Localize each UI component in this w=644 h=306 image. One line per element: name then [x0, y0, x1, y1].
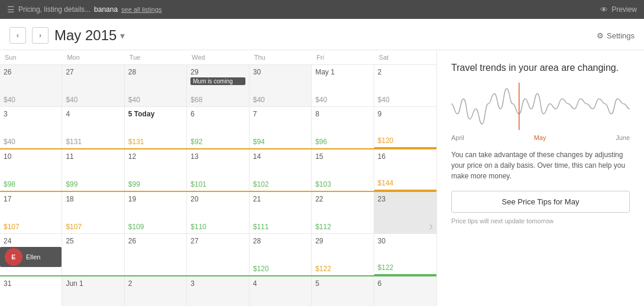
- cal-cell[interactable]: 9$120: [374, 107, 436, 148]
- cal-cell[interactable]: 30$40: [250, 65, 312, 106]
- cal-cell[interactable]: 2: [125, 276, 187, 306]
- cal-cell[interactable]: 25: [62, 234, 124, 275]
- cal-cell[interactable]: 5: [312, 276, 374, 306]
- chart-label-june: June: [616, 134, 630, 141]
- day-number: 13: [190, 152, 198, 161]
- panel-description: You can take advantage of these changes …: [451, 149, 630, 181]
- cal-cell[interactable]: 27: [187, 234, 249, 275]
- calendar-header: ‹ › May 2015 ▾ ⚙ Settings: [0, 19, 644, 50]
- cal-cell[interactable]: 29$122: [312, 234, 374, 275]
- next-month-button[interactable]: ›: [32, 27, 48, 44]
- day-price: $40: [378, 93, 433, 104]
- cal-cell[interactable]: 10$98: [0, 149, 62, 191]
- cal-cell[interactable]: 3: [187, 276, 249, 306]
- day-price: $144: [378, 177, 433, 187]
- moon-icon: ☽: [378, 223, 433, 231]
- cal-cell[interactable]: 4$131: [62, 107, 124, 148]
- day-price: $40: [4, 93, 58, 104]
- day-number: 19: [128, 195, 136, 203]
- day-number: 14: [253, 152, 261, 161]
- day-number: 28: [128, 68, 136, 76]
- day-number: Jun 1: [66, 279, 83, 288]
- month-dropdown-icon[interactable]: ▾: [120, 30, 125, 41]
- day-number: 29: [315, 237, 323, 245]
- cal-week-4: 17$10718$10719$10920$11021$11122$11223☽: [0, 192, 436, 234]
- day-price: $107: [4, 220, 58, 231]
- day-number: 3: [190, 279, 195, 288]
- cal-header-fri: Fri: [312, 50, 374, 64]
- day-price: $40: [253, 93, 308, 104]
- cal-cell[interactable]: 2$40: [374, 65, 436, 106]
- cal-cell[interactable]: Jun 1: [62, 276, 124, 306]
- day-number: 15: [315, 152, 323, 161]
- avatar: E: [5, 248, 22, 266]
- chart-label-may: May: [534, 134, 546, 141]
- cal-cell[interactable]: 14$102: [250, 149, 312, 191]
- cal-cell[interactable]: 30$122: [374, 234, 436, 275]
- cal-cell[interactable]: 4: [250, 276, 312, 306]
- day-price: $40: [128, 93, 183, 104]
- cal-cell[interactable]: 12$99: [125, 149, 187, 191]
- cal-cell[interactable]: 13$101: [187, 149, 249, 191]
- cal-cell[interactable]: 6: [374, 276, 436, 306]
- cal-week-1: 26$4027$4028$4029Mum is coming$6830$40Ma…: [0, 65, 436, 107]
- cal-cell[interactable]: 28$40: [125, 65, 187, 106]
- cal-cell[interactable]: 26: [125, 234, 187, 275]
- day-today-label: 5 Today: [128, 110, 154, 118]
- cal-cell[interactable]: 17$107: [0, 192, 62, 233]
- chart-labels: April May June: [451, 134, 630, 141]
- cal-cell[interactable]: 16$144: [374, 149, 436, 191]
- cal-cell[interactable]: 24EEllen: [0, 234, 62, 275]
- day-price: $120: [253, 262, 308, 273]
- day-price: $107: [66, 220, 120, 231]
- cal-grid: 26$4027$4028$4029Mum is coming$6830$40Ma…: [0, 65, 436, 305]
- cal-cell[interactable]: 22$112: [312, 192, 374, 233]
- cal-cell[interactable]: 15$103: [312, 149, 374, 191]
- menu-icon[interactable]: ☰: [7, 5, 15, 14]
- day-price: $120: [378, 134, 433, 145]
- day-price: $68: [190, 93, 245, 104]
- prev-month-button[interactable]: ‹: [9, 27, 26, 44]
- listing-name[interactable]: banana: [94, 5, 118, 14]
- cal-cell[interactable]: 19$109: [125, 192, 187, 233]
- see-all-listings-link[interactable]: see all listings: [121, 6, 161, 13]
- day-number: 10: [4, 152, 11, 161]
- cal-cell[interactable]: 21$111: [250, 192, 312, 233]
- day-number: 17: [4, 195, 11, 203]
- cal-cell[interactable]: 6$92: [187, 107, 249, 148]
- day-number: 27: [190, 237, 198, 245]
- cal-cell[interactable]: 29Mum is coming$68: [187, 65, 249, 106]
- cal-cell[interactable]: 8$96: [312, 107, 374, 148]
- day-number: 20: [190, 195, 198, 203]
- cal-cell[interactable]: 20$110: [187, 192, 249, 233]
- price-tips-button[interactable]: See Price Tips for May: [451, 191, 630, 213]
- cal-cell[interactable]: May 1$40: [312, 65, 374, 106]
- cal-cell[interactable]: 28$120: [250, 234, 312, 275]
- cal-cell[interactable]: 23☽: [374, 192, 436, 233]
- update-note: Price tips will next update tomorrow: [451, 217, 630, 224]
- day-number: 4: [253, 279, 257, 288]
- settings-button[interactable]: ⚙ Settings: [597, 31, 635, 40]
- cal-cell[interactable]: 7$94: [250, 107, 312, 148]
- day-price: $111: [253, 220, 308, 231]
- day-number: 6: [378, 279, 382, 288]
- settings-label: Settings: [607, 31, 635, 40]
- right-panel: Travel trends in your area are changing.…: [437, 50, 644, 306]
- day-number: 4: [66, 110, 70, 118]
- cal-cell[interactable]: 11$99: [62, 149, 124, 191]
- preview-label[interactable]: Preview: [611, 5, 637, 14]
- day-number: 30: [378, 237, 386, 245]
- cal-cell[interactable]: 26$40: [0, 65, 62, 106]
- topbar-right: 👁 Preview: [600, 5, 637, 14]
- day-price: $94: [253, 135, 308, 146]
- cal-cell[interactable]: 31: [0, 276, 62, 306]
- day-number: 16: [378, 152, 386, 161]
- cal-cell[interactable]: 18$107: [62, 192, 124, 233]
- cal-cell[interactable]: 3$40: [0, 107, 62, 148]
- cal-cell[interactable]: 27$40: [62, 65, 124, 106]
- day-price: $40: [315, 93, 370, 104]
- main-content: SunMonTueWedThuFriSat 26$4027$4028$4029M…: [0, 50, 644, 306]
- breadcrumb: Pricing, listing details...: [18, 5, 90, 14]
- cal-cell[interactable]: 5 Today$131: [125, 107, 187, 148]
- day-number: 6: [190, 110, 195, 118]
